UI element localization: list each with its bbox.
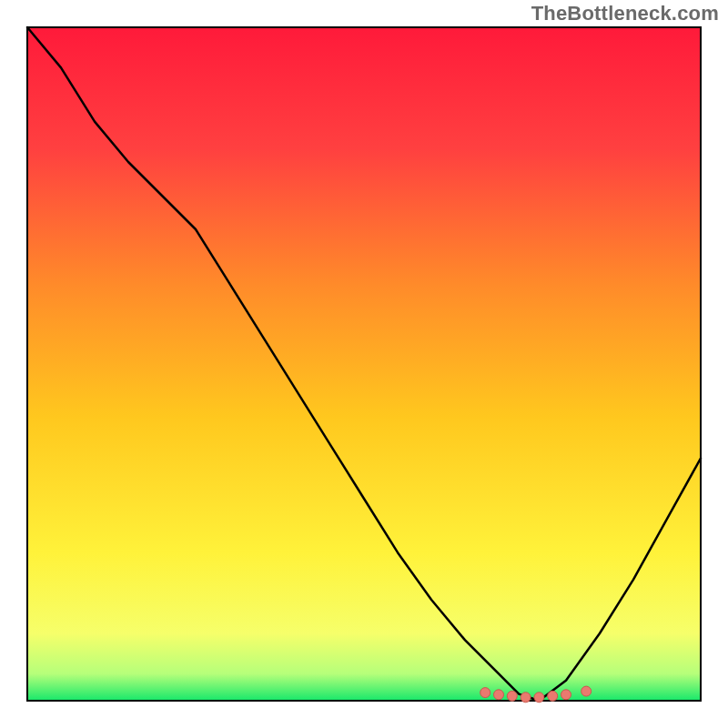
optimum-marker xyxy=(534,693,544,703)
optimum-marker xyxy=(507,691,517,701)
optimum-marker xyxy=(561,690,571,700)
optimum-marker xyxy=(494,690,504,700)
optimum-marker xyxy=(480,688,490,698)
optimum-marker xyxy=(521,693,531,703)
watermark-text: TheBottleneck.com xyxy=(531,2,719,25)
optimum-marker xyxy=(581,686,592,696)
optimum-marker xyxy=(548,691,558,701)
bottleneck-chart xyxy=(0,0,728,728)
plot-area xyxy=(27,27,701,701)
